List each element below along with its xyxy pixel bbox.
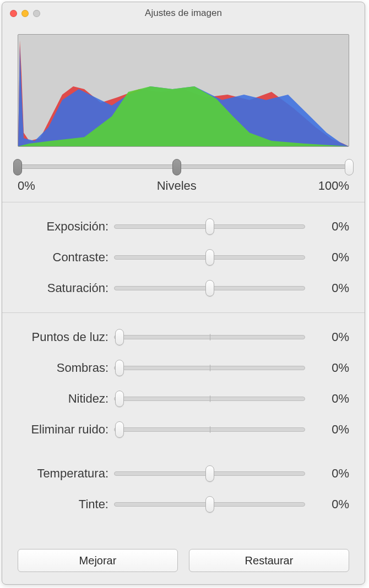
- levels-labels: 0% Niveles 100%: [18, 179, 349, 193]
- button-row: Mejorar Restaurar: [18, 539, 349, 572]
- slider-row-denoise: Eliminar ruido:0%: [18, 414, 349, 445]
- slider-value-tint: 0%: [305, 497, 349, 512]
- slider-tick: [210, 334, 210, 340]
- slider-temperature[interactable]: [114, 465, 305, 482]
- slider-sharpness[interactable]: [114, 391, 305, 407]
- slider-label-saturation: Saturación:: [18, 281, 114, 295]
- histogram: [18, 34, 349, 147]
- slider-label-exposure: Exposición:: [18, 219, 114, 234]
- slider-value-contrast: 0%: [305, 250, 349, 265]
- slider-thumb[interactable]: [205, 218, 214, 235]
- slider-denoise[interactable]: [114, 421, 305, 438]
- slider-thumb[interactable]: [115, 421, 124, 438]
- slider-label-tint: Tinte:: [18, 497, 114, 512]
- slider-contrast[interactable]: [114, 249, 305, 266]
- slider-thumb[interactable]: [115, 360, 124, 376]
- slider-value-sharpness: 0%: [305, 392, 349, 406]
- slider-tick: [210, 426, 210, 433]
- slider-highlights[interactable]: [114, 329, 305, 345]
- slider-value-highlights: 0%: [305, 330, 349, 344]
- slider-exposure[interactable]: [114, 218, 305, 235]
- levels-black-thumb[interactable]: [13, 159, 22, 175]
- divider: [2, 202, 365, 202]
- window-controls: [2, 10, 40, 17]
- slider-track: [114, 335, 305, 339]
- slider-label-temperature: Temperatura:: [18, 466, 114, 481]
- slider-label-highlights: Puntos de luz:: [18, 330, 114, 344]
- close-icon[interactable]: [10, 10, 17, 17]
- slider-value-temperature: 0%: [305, 466, 349, 481]
- slider-value-denoise: 0%: [305, 422, 349, 437]
- levels-left-label: 0%: [18, 179, 35, 193]
- minimize-icon[interactable]: [21, 10, 29, 17]
- slider-thumb[interactable]: [205, 496, 214, 513]
- window-title: Ajustes de imagen: [2, 8, 365, 19]
- levels-center-label: Niveles: [35, 179, 318, 193]
- slider-row-temperature: Temperatura:0%: [18, 458, 349, 489]
- slider-thumb[interactable]: [205, 465, 214, 482]
- slider-row-shadows: Sombras:0%: [18, 353, 349, 383]
- content: 0% Niveles 100% Exposición:0%Contraste:0…: [2, 24, 365, 584]
- slider-thumb[interactable]: [205, 280, 214, 296]
- slider-tick: [210, 365, 210, 371]
- slider-thumb[interactable]: [205, 249, 214, 266]
- slider-value-shadows: 0%: [305, 361, 349, 375]
- slider-label-sharpness: Nitidez:: [18, 392, 114, 406]
- slider-tick: [210, 395, 210, 402]
- slider-track: [114, 397, 305, 401]
- levels-slider[interactable]: [18, 159, 349, 177]
- slider-row-tint: Tinte:0%: [18, 489, 349, 520]
- slider-track: [114, 427, 305, 432]
- slider-row-contrast: Contraste:0%: [18, 242, 349, 273]
- slider-label-shadows: Sombras:: [18, 361, 114, 375]
- slider-row-highlights: Puntos de luz:0%: [18, 322, 349, 353]
- slider-shadows[interactable]: [114, 360, 305, 376]
- slider-row-sharpness: Nitidez:0%: [18, 383, 349, 414]
- slider-tint[interactable]: [114, 496, 305, 513]
- slider-label-denoise: Eliminar ruido:: [18, 422, 114, 437]
- slider-saturation[interactable]: [114, 280, 305, 296]
- enhance-button[interactable]: Mejorar: [18, 549, 178, 572]
- titlebar: Ajustes de imagen: [2, 2, 365, 24]
- slider-row-exposure: Exposición:0%: [18, 211, 349, 242]
- levels-white-thumb[interactable]: [345, 159, 354, 175]
- levels-right-label: 100%: [318, 179, 349, 193]
- zoom-icon: [33, 10, 40, 17]
- slider-value-saturation: 0%: [305, 281, 349, 295]
- slider-thumb[interactable]: [115, 391, 124, 407]
- divider: [2, 312, 365, 313]
- levels-track: [18, 164, 349, 169]
- slider-value-exposure: 0%: [305, 219, 349, 234]
- levels-mid-thumb[interactable]: [172, 159, 181, 175]
- slider-row-saturation: Saturación:0%: [18, 273, 349, 304]
- restore-button[interactable]: Restaurar: [189, 549, 349, 572]
- slider-label-contrast: Contraste:: [18, 250, 114, 265]
- image-adjust-window: Ajustes de imagen 0% Niveles 100% Exposi…: [2, 2, 365, 585]
- slider-thumb[interactable]: [115, 329, 124, 345]
- slider-track: [114, 366, 305, 370]
